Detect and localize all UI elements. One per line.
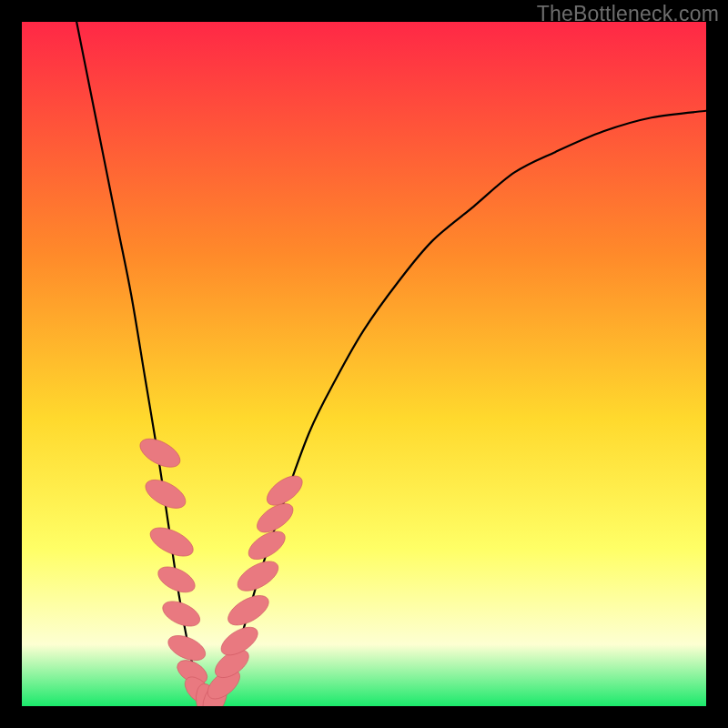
curve-marker [159,596,204,631]
chart-frame: TheBottleneck.com [0,0,728,728]
curve-marker [146,521,197,561]
curve-marker [223,590,273,632]
chart-svg [22,22,706,706]
plot-area [22,22,706,706]
curve-marker [233,555,283,597]
curve-marker [154,561,198,597]
